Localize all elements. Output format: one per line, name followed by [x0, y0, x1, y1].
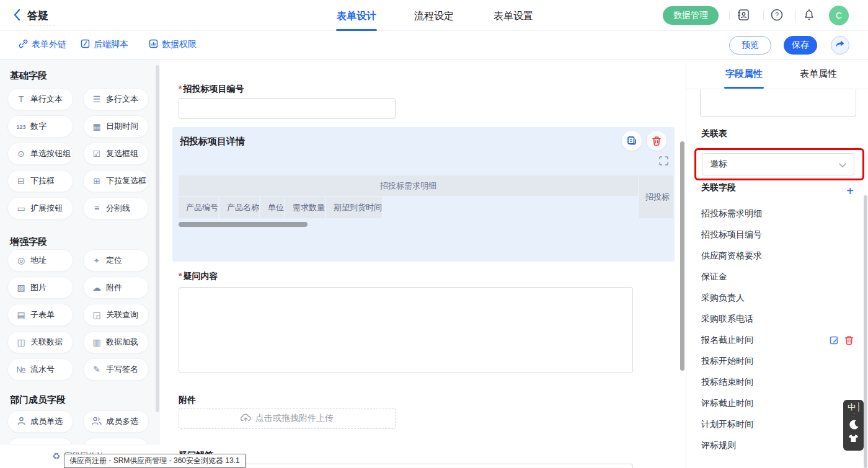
single-line-text-icon: T [16, 94, 26, 104]
related-field-item[interactable]: 报名截止时间 [686, 330, 868, 351]
field-pill[interactable]: ◲关联查询 [83, 304, 149, 326]
form-external-link[interactable]: 表单外链 [19, 39, 66, 50]
avatar[interactable]: C [829, 6, 849, 25]
field-pill[interactable]: ☁附件 [83, 276, 149, 299]
panel-scrollbar[interactable] [864, 195, 867, 468]
attachment-upload-area[interactable]: 点击或拖拽附件上传 [179, 408, 396, 429]
table-column-header: 期望到货时间 [326, 197, 382, 218]
contacts-book-icon[interactable] [737, 8, 751, 23]
add-field-icon[interactable]: + [844, 185, 856, 197]
tab-form-design[interactable]: 表单设计 [335, 10, 378, 23]
trash-icon [652, 136, 662, 146]
field-pill[interactable]: ⊞下拉复选框 [83, 170, 149, 192]
expand-icon[interactable] [659, 156, 668, 166]
related-field-item[interactable]: 招投标需求明细 [686, 203, 868, 224]
field-pill[interactable]: ⊟下拉框 [7, 170, 73, 192]
data-permission-link[interactable]: 数据权限 [149, 39, 197, 50]
member-fields-grid: 成员单选成员多选 [7, 410, 153, 433]
properties-panel: 字段属性 表单属性 关联表 邀标 关联字段 + 招投标需求明细 招投标项目编号 [686, 60, 868, 468]
delete-field-button[interactable] [647, 131, 666, 151]
field-pill[interactable]: ▥数据加载 [83, 331, 149, 353]
related-field-item[interactable]: 投标开始时间 [686, 351, 868, 372]
related-field-item[interactable]: 评标截止时间 [686, 393, 868, 414]
related-field-item[interactable]: 采购联系电话 [686, 309, 868, 330]
section-title-basic-fields: 基础字段 [10, 70, 47, 82]
clipped-textarea[interactable] [700, 89, 856, 117]
canvas-scrollbar[interactable] [680, 141, 684, 371]
back-icon[interactable] [12, 9, 25, 22]
member-multi-icon [92, 417, 102, 427]
edit-icon[interactable] [830, 335, 839, 345]
related-table-select[interactable]: 邀标 [702, 153, 854, 175]
ime-widget[interactable]: 中 ˰ʹ [843, 400, 864, 451]
help-icon[interactable]: ? [770, 8, 785, 23]
data-manage-button[interactable]: 数据管理 [663, 6, 719, 25]
field-label-attachment: 附件 [179, 395, 196, 406]
subform-title: 招投标项目详情 [180, 136, 245, 148]
datetime-icon: ▦ [92, 121, 102, 131]
tab-flow-setting[interactable]: 流程设定 [412, 10, 456, 23]
field-pill[interactable]: ▨图片 [7, 276, 73, 299]
tab-field-properties[interactable]: 字段属性 [724, 68, 764, 80]
related-field-item[interactable]: 计划开标时间 [686, 414, 868, 435]
answer-input-clipped[interactable] [179, 464, 633, 468]
trash-icon[interactable] [844, 335, 854, 345]
table-horizontal-scrollbar[interactable] [179, 222, 308, 227]
attachment-icon: ☁ [92, 283, 102, 293]
field-pill[interactable]: ⌖定位 [83, 249, 149, 272]
field-pill[interactable]: №流水号 [7, 358, 73, 381]
field-pill[interactable]: T单行文本 [7, 88, 73, 110]
top-bar: 答疑 表单设计 流程设定 表单设置 数据管理 ? C [0, 0, 868, 31]
share-button[interactable] [831, 36, 849, 55]
table-column-header: 单位 [260, 197, 284, 218]
related-fields-list: 招投标需求明细 招投标项目编号 供应商资格要求 保证金 [686, 203, 868, 456]
divider-icon: ≡ [92, 203, 102, 213]
field-pill[interactable]: 成员多选 [83, 410, 149, 433]
script-icon [81, 39, 90, 50]
project-no-input[interactable] [179, 98, 396, 119]
field-pill[interactable]: ☑复选框组 [83, 143, 149, 165]
field-pill[interactable]: ≡分割线 [83, 197, 149, 219]
save-button[interactable]: 保存 [784, 36, 817, 55]
skin-shirt-icon[interactable] [848, 434, 859, 445]
backend-script-link[interactable]: 后端脚本 [81, 39, 128, 50]
ime-mark-icon: ˰ʹ [852, 413, 854, 418]
field-pill[interactable]: ⊙单选按钮组 [7, 143, 73, 165]
tab-form-properties[interactable]: 表单属性 [798, 68, 839, 80]
field-pill[interactable]: ◎地址 [7, 249, 73, 272]
ime-chinese-indicator[interactable]: 中 [848, 402, 859, 412]
related-field-item[interactable]: 投标结束时间 [686, 372, 868, 393]
related-field-item[interactable]: 招投标项目编号 [686, 224, 868, 245]
question-textarea[interactable] [179, 287, 633, 373]
divider [729, 11, 730, 20]
field-pill[interactable]: ☰多行文本 [83, 88, 149, 110]
subform-panel-selected[interactable]: 招投标项目详情 招投标需求明细 产品编号产品名称单位需求数量期望到货时间 招投标 [172, 127, 675, 262]
checkbox-group-icon: ☑ [92, 149, 102, 159]
related-data-icon: ◫ [16, 337, 26, 347]
svg-text:?: ? [775, 11, 779, 19]
field-pill[interactable]: ◫关联数据 [7, 331, 73, 353]
section-title-enhanced-fields: 增强字段 [10, 236, 47, 248]
field-pill[interactable]: ▤子表单 [7, 304, 73, 326]
related-field-item[interactable]: 供应商资格要求 [686, 245, 868, 267]
divider [795, 11, 796, 20]
field-pill[interactable]: ▦日期时间 [83, 115, 149, 138]
related-field-item[interactable]: 评标规则 [686, 435, 868, 456]
section-title-member-fields: 部门成员字段 [10, 394, 66, 406]
tab-form-setting[interactable]: 表单设置 [492, 10, 535, 23]
enhanced-fields-grid: ◎地址⌖定位▨图片☁附件▤子表单◲关联查询◫关联数据▥数据加载№流水号✎手写签名 [7, 249, 153, 381]
field-pill[interactable]: 成员单选 [7, 410, 73, 433]
field-pill[interactable]: 123数字 [7, 115, 73, 138]
related-field-item[interactable]: 采购负责人 [686, 288, 868, 309]
copy-field-button[interactable] [622, 131, 642, 151]
form-toolbar: 表单外链 后端脚本 数据权限 预览 保存 [0, 31, 868, 60]
address-icon: ◎ [16, 255, 26, 265]
table-clipped-column: 招投标 [639, 175, 673, 218]
sidebar-scrollbar[interactable] [156, 65, 159, 412]
night-mode-icon[interactable] [848, 419, 859, 433]
field-pill[interactable]: ▭扩展按钮 [7, 197, 73, 219]
bell-icon[interactable] [802, 8, 817, 23]
field-pill[interactable]: ✎手写签名 [83, 358, 149, 381]
preview-button[interactable]: 预览 [729, 36, 771, 55]
related-field-item[interactable]: 保证金 [686, 267, 868, 288]
